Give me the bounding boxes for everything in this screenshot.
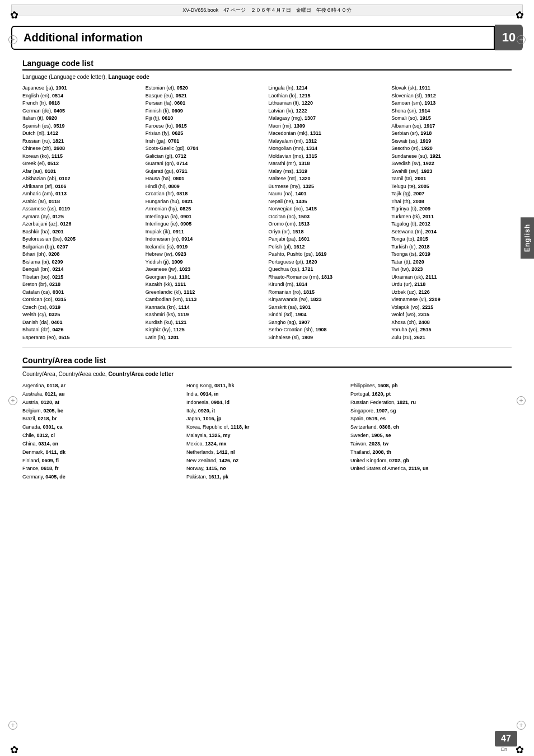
list-item: Samoan (sm), 1913 bbox=[391, 100, 512, 107]
list-item: Byelorussian (be), 0205 bbox=[22, 236, 143, 243]
country-columns: Argentina, 0118, ar Australia, 0121, au … bbox=[22, 382, 512, 481]
list-item: Moldavian (mo), 1315 bbox=[269, 153, 389, 161]
list-item: Rhaeto-Romance (rm), 1813 bbox=[269, 274, 389, 281]
list-item: Malagasy (mg), 1307 bbox=[269, 115, 389, 123]
list-item: Catalan (ca), 0301 bbox=[22, 289, 143, 297]
country-column-1: Argentina, 0118, ar Australia, 0121, au … bbox=[22, 382, 184, 481]
list-item: Malayalam (ml), 1312 bbox=[269, 138, 389, 145]
page-number: 47 bbox=[495, 731, 517, 746]
list-item: Wolof (wo), 2315 bbox=[391, 311, 512, 319]
list-item: Malay (ms), 1319 bbox=[269, 168, 389, 176]
list-item: Italian (it), 0920 bbox=[22, 115, 143, 123]
list-item: Spanish (es), 0519 bbox=[22, 123, 143, 130]
list-item: Zulu (zu), 2621 bbox=[391, 334, 512, 342]
list-item: English (en), 0514 bbox=[22, 92, 143, 100]
list-item: Portuguese (pt), 1620 bbox=[269, 259, 389, 266]
country-subtitle-bold: Country/Area code letter bbox=[108, 371, 174, 377]
list-item: Kannada (kn), 1114 bbox=[146, 304, 266, 312]
list-item: Singapore, 1907, sg bbox=[350, 407, 512, 415]
list-item: Japanese (ja), 1001 bbox=[22, 84, 143, 92]
list-item: Urdu (ur), 2118 bbox=[391, 281, 512, 289]
list-item: Taiwan, 2023, tw bbox=[350, 440, 512, 448]
list-item: Interlingua (ia), 0901 bbox=[146, 213, 266, 221]
country-section-subtitle: Country/Area, Country/Area code, Country… bbox=[22, 371, 512, 377]
list-item: Turkmen (tk), 2011 bbox=[391, 213, 512, 221]
list-item: Scots-Gaelic (gd), 0704 bbox=[146, 145, 266, 153]
section-divider bbox=[22, 347, 512, 348]
reg-mark-tl bbox=[8, 35, 17, 44]
list-item: Uzbek (uz), 2126 bbox=[391, 289, 512, 297]
list-item: Javanese (jw), 1023 bbox=[146, 266, 266, 274]
list-item: German (de), 0405 bbox=[22, 107, 143, 115]
list-item: Tatar (tt), 2020 bbox=[391, 259, 512, 266]
chapter-title: Additional information bbox=[11, 26, 495, 50]
list-item: Assamese (as), 0119 bbox=[22, 205, 143, 213]
list-item: Pakistan, 1611, pk bbox=[186, 473, 348, 481]
list-item: Telugu (te), 2005 bbox=[391, 183, 512, 191]
list-item: Sangho (sg), 1907 bbox=[269, 319, 389, 327]
list-item: Maori (mi), 1309 bbox=[269, 123, 389, 130]
language-section-subtitle: Language (Language code letter), Languag… bbox=[22, 74, 512, 80]
language-subtitle-bold: Language code bbox=[108, 74, 149, 80]
list-item: Lithuanian (lt), 1220 bbox=[269, 100, 389, 107]
list-item: Croatian (hr), 0818 bbox=[146, 190, 266, 198]
list-item: Canada, 0301, ca bbox=[22, 423, 184, 431]
list-item: Galician (gl), 0712 bbox=[146, 153, 266, 161]
list-item: Frisian (fy), 0625 bbox=[146, 130, 266, 138]
list-item: Thai (th), 2008 bbox=[391, 198, 512, 206]
list-item: Australia, 0121, au bbox=[22, 390, 184, 398]
list-item: Switzerland, 0308, ch bbox=[350, 423, 512, 431]
list-item: Tagalog (tl), 2012 bbox=[391, 220, 512, 228]
list-item: Greek (el), 0512 bbox=[22, 160, 143, 168]
list-item: Norwegian (no), 1415 bbox=[269, 205, 389, 213]
list-item: Laothian (lo), 1215 bbox=[269, 92, 389, 100]
list-item: New Zealand, 1426, nz bbox=[186, 457, 348, 465]
list-item: Czech (cs), 0319 bbox=[22, 304, 143, 312]
list-item: Aymara (ay), 0125 bbox=[22, 213, 143, 221]
list-item: Russian Federation, 1821, ru bbox=[350, 398, 512, 407]
list-item: French (fr), 0618 bbox=[22, 100, 143, 107]
list-item: Kinyarwanda (rw), 1823 bbox=[269, 296, 389, 304]
corner-decoration-bl: ✿ bbox=[10, 744, 18, 756]
list-item: Slovak (sk), 1911 bbox=[391, 84, 512, 92]
list-item: Interlingue (ie), 0905 bbox=[146, 220, 266, 228]
list-item: Inupiak (ik), 0911 bbox=[146, 228, 266, 236]
list-item: Kurdish (ku), 1121 bbox=[146, 319, 266, 327]
list-item: Kashmiri (ks), 1119 bbox=[146, 311, 266, 319]
country-column-2: Hong Kong, 0811, hk India, 0914, in Indo… bbox=[186, 382, 348, 481]
language-column-1: Japanese (ja), 1001 English (en), 0514 F… bbox=[22, 84, 143, 341]
list-item: Bashkir (ba), 0201 bbox=[22, 228, 143, 236]
list-item: Belgium, 0205, be bbox=[22, 407, 184, 415]
list-item: Serbo-Croatian (sh), 1908 bbox=[269, 326, 389, 334]
list-item: Basque (eu), 0521 bbox=[146, 92, 266, 100]
list-item: Polish (pl), 1612 bbox=[269, 243, 389, 251]
list-item: Bengali (bn), 0214 bbox=[22, 266, 143, 274]
list-item: Tigrinya (ti), 2009 bbox=[391, 205, 512, 213]
language-subtitle-normal: Language (Language code letter), bbox=[22, 74, 108, 80]
list-item: Esperanto (eo), 0515 bbox=[22, 334, 143, 342]
list-item: Estonian (et), 0520 bbox=[146, 84, 266, 92]
list-item: Lingala (ln), 1214 bbox=[269, 84, 389, 92]
reg-mark-bl bbox=[8, 721, 17, 730]
list-item: Breton (br), 0218 bbox=[22, 281, 143, 289]
list-item: Mongolian (mn), 1314 bbox=[269, 145, 389, 153]
list-item: Yiddish (ji), 1009 bbox=[146, 259, 266, 266]
list-item: Corsican (co), 0315 bbox=[22, 296, 143, 304]
list-item: Malaysia, 1325, my bbox=[186, 431, 348, 440]
list-item: Kazakh (kk), 1111 bbox=[146, 281, 266, 289]
list-item: Korean (ko), 1115 bbox=[22, 153, 143, 161]
list-item: Slovenian (sl), 1912 bbox=[391, 92, 512, 100]
list-item: Setswana (tn), 2014 bbox=[391, 228, 512, 236]
reg-mark-br bbox=[517, 721, 526, 730]
list-item: Finland, 0609, fi bbox=[22, 457, 184, 465]
language-column-3: Lingala (ln), 1214 Laothian (lo), 1215 L… bbox=[269, 84, 389, 341]
list-item: Maltese (mt), 1320 bbox=[269, 175, 389, 183]
list-item: Tamil (ta), 2001 bbox=[391, 175, 512, 183]
list-item: Thailand, 2008, th bbox=[350, 448, 512, 457]
list-item: India, 0914, in bbox=[186, 390, 348, 398]
list-item: Bhutani (dz), 0426 bbox=[22, 326, 143, 334]
country-subtitle-normal: Country/Area, Country/Area code, bbox=[22, 371, 108, 377]
list-item: Fiji (fj), 0610 bbox=[146, 115, 266, 123]
list-item: China, 0314, cn bbox=[22, 440, 184, 448]
list-item: Romanian (ro), 1815 bbox=[269, 289, 389, 297]
